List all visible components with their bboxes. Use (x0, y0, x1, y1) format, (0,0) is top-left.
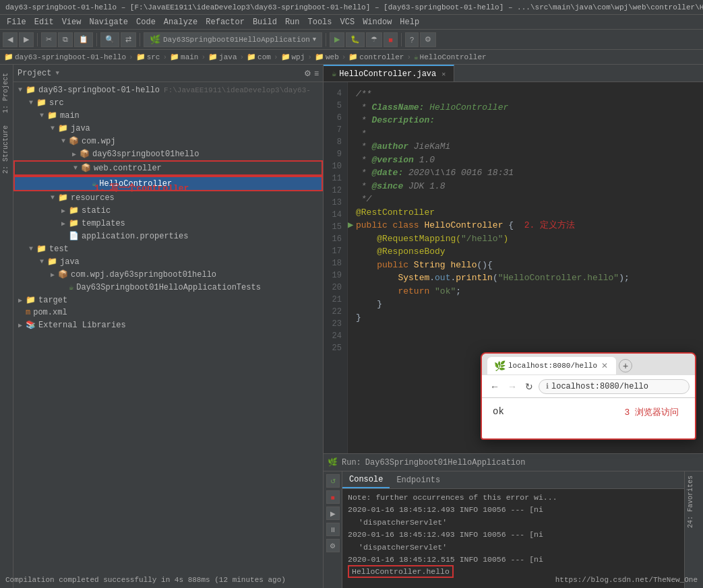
project-gear-btn[interactable]: ≡ (314, 69, 319, 78)
tree-item-static[interactable]: ▶ 📁 static (13, 204, 323, 217)
tree-item-main[interactable]: ▼ 📁 main (13, 109, 323, 122)
breadcrumb-main[interactable]: main (181, 53, 198, 61)
tree-item-testjava[interactable]: ▼ 📁 java (13, 255, 323, 268)
breadcrumb-main-icon: 📁 (170, 53, 179, 61)
line-num: 21 (326, 294, 342, 306)
folder-icon: 📁 (36, 98, 47, 108)
run-spring-icon: 🌿 (328, 457, 338, 467)
log-line-3: 'dispatcherServlet' (348, 517, 679, 529)
tree-arrow: ▼ (38, 112, 46, 119)
browser-new-tab-btn[interactable]: + (619, 359, 632, 372)
menu-refactor[interactable]: Refactor (202, 16, 249, 28)
java-class-icon: ☕ (69, 282, 73, 292)
menu-file[interactable]: File (3, 16, 30, 28)
toolbar-back[interactable]: ◀ (3, 32, 18, 47)
spring-leaf-icon: 🌿 (150, 34, 160, 45)
tree-item-extlibs[interactable]: ▶ 📚 External Libraries (13, 319, 323, 331)
menu-help[interactable]: Help (396, 16, 423, 28)
run-pause-btn[interactable]: ⏸ (326, 523, 340, 536)
tree-item-java[interactable]: ▼ 📁 java (13, 122, 323, 135)
tree-item-root[interactable]: ▼ 📁 day63-springboot-01-hello F:\JavaEE1… (13, 84, 323, 96)
sidebar-tab-structure[interactable]: 2: Structure (0, 120, 13, 179)
browser-reload-btn[interactable]: ↻ (522, 380, 536, 393)
tree-item-comwpj[interactable]: ▼ 📦 com.wpj (13, 135, 323, 148)
run-settings-btn[interactable]: ⚙ (326, 539, 340, 552)
tree-item-target[interactable]: ▶ 📁 target (13, 294, 323, 306)
breadcrumb-controller[interactable]: controller (359, 53, 404, 61)
browser-tab-close[interactable]: ✕ (600, 361, 609, 370)
menu-view[interactable]: View (58, 16, 86, 28)
tab-close-icon[interactable]: ✕ (441, 70, 446, 78)
breadcrumb-com[interactable]: com (257, 53, 271, 61)
tree-arrow: ▼ (27, 99, 35, 106)
tree-item-testcls[interactable]: ☕ Day63Springboot01HelloApplicationTests (13, 281, 323, 294)
tree-item-appprops[interactable]: 📄 application.properties (13, 230, 323, 242)
menu-tools[interactable]: Tools (304, 16, 336, 28)
tree-item-testpkg[interactable]: ▶ 📦 com.wpj.day63springboot01hello (13, 268, 323, 281)
run-app-name: Day63Springboot01HelloApplication (365, 458, 526, 467)
breadcrumb-java[interactable]: java (219, 53, 237, 61)
menu-navigate[interactable]: Navigate (85, 16, 132, 28)
package-icon: 📦 (58, 269, 68, 280)
menu-vcs[interactable]: VCS (336, 16, 359, 28)
run-stop-btn[interactable]: ■ (326, 490, 340, 504)
toolbar-search[interactable]: 🔍 (100, 32, 119, 47)
browser-forward-btn[interactable]: → (505, 380, 520, 393)
breadcrumb-root[interactable]: day63-springboot-01-hello (15, 53, 126, 61)
toolbar-stop[interactable]: ■ (384, 32, 398, 47)
browser-back-btn[interactable]: ← (487, 380, 502, 393)
main-layout: 1: Project 2: Structure Project ▼ ⚙ ≡ ▼ … (0, 65, 703, 588)
tree-item-day63[interactable]: ▶ 📦 day63springboot01hello (13, 148, 323, 160)
toolbar-copy[interactable]: ⧉ (58, 32, 73, 47)
tree-item-src[interactable]: ▼ 📁 src (13, 96, 323, 109)
menu-window[interactable]: Window (359, 16, 396, 28)
line-num: 20 (326, 282, 342, 294)
tree-root-path: F:\JavaEE1911\ideaDevelop3\day63- (164, 86, 311, 94)
menu-build[interactable]: Build (249, 16, 281, 28)
tree-arrow: ▼ (59, 137, 67, 145)
address-bar[interactable]: ℹ localhost:8080/hello (539, 379, 690, 394)
editor-tab-hellocontroller[interactable]: ☕ HelloController.java ✕ (324, 65, 454, 81)
run-tab-console[interactable]: Console (342, 472, 390, 488)
toolbar-settings[interactable]: ⚙ (420, 32, 436, 47)
breadcrumb-sep3: › (201, 53, 206, 61)
menu-run[interactable]: Run (281, 16, 304, 28)
toolbar-paste[interactable]: 📋 (74, 32, 93, 47)
menu-edit[interactable]: Edit (30, 16, 58, 28)
tree-item-test[interactable]: ▼ 📁 test (13, 242, 323, 255)
tree-item-templates[interactable]: ▶ 📁 templates (13, 217, 323, 230)
run-tab-endpoints[interactable]: Endpoints (390, 473, 447, 488)
favorites-tab[interactable]: 24: Favorites (685, 471, 696, 532)
breadcrumb-com-icon: 📁 (247, 53, 256, 61)
line-num: 7 (326, 124, 342, 136)
folder-icon: 📁 (36, 244, 47, 254)
breadcrumb-sep7: › (342, 53, 346, 61)
toolbar-replace[interactable]: ⇄ (121, 32, 136, 47)
tree-item-pom[interactable]: m pom.xml (13, 306, 323, 319)
tree-item-webcontroller[interactable]: ▼ 📦 web.controller (13, 160, 323, 176)
tree-label-day63: day63springboot01hello (92, 150, 199, 159)
browser-tab[interactable]: 🌿 localhost:8080/hello ✕ (487, 357, 616, 374)
toolbar-cut[interactable]: ✂ (41, 32, 57, 47)
run-config[interactable]: 🌿 Day63Springboot01HelloApplication ▼ (144, 32, 322, 47)
tree-label-static: static (82, 206, 111, 216)
line-num: 25 (326, 342, 342, 354)
breadcrumb-wpj[interactable]: wpj (292, 53, 305, 61)
menu-code[interactable]: Code (132, 16, 160, 28)
breadcrumb-file[interactable]: HelloController (420, 53, 487, 61)
side-tabs: 1: Project 2: Structure (0, 65, 13, 588)
toolbar-run[interactable]: ▶ (330, 32, 344, 47)
sidebar-tab-project[interactable]: 1: Project (0, 67, 13, 119)
toolbar-debug[interactable]: 🐛 (346, 32, 365, 47)
line-num: 15 (326, 221, 342, 233)
run-restart-btn[interactable]: ↺ (326, 474, 340, 488)
toolbar-help[interactable]: ? (405, 32, 419, 47)
menu-analyze[interactable]: Analyze (160, 16, 202, 28)
project-settings-btn[interactable]: ⚙ (304, 69, 311, 78)
breadcrumb-file-icon: ☕ (414, 53, 419, 61)
toolbar-coverage[interactable]: ☂ (366, 32, 382, 47)
toolbar-forward[interactable]: ▶ (19, 32, 34, 47)
breadcrumb-web[interactable]: web (326, 53, 339, 61)
breadcrumb-src[interactable]: src (147, 53, 160, 61)
run-resume-btn[interactable]: ▶ (326, 507, 340, 520)
